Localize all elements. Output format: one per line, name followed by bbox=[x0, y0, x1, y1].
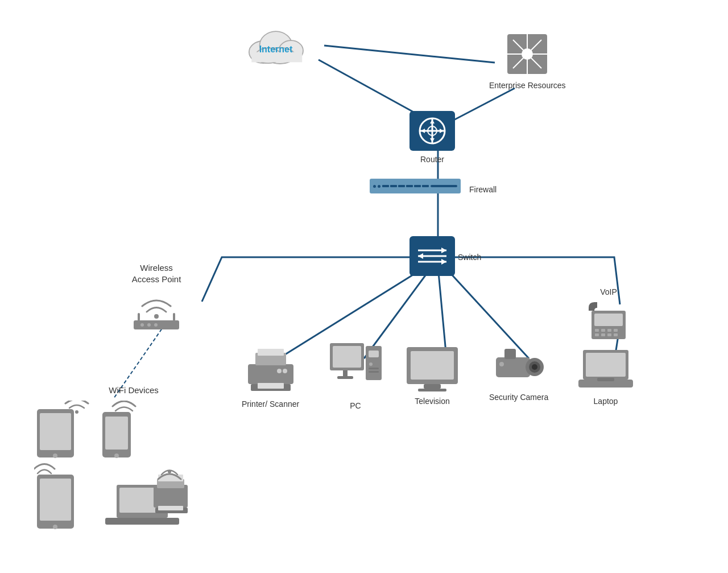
svg-rect-50 bbox=[595, 333, 599, 336]
svg-point-91 bbox=[122, 413, 126, 417]
svg-rect-47 bbox=[601, 329, 605, 332]
svg-point-94 bbox=[53, 525, 57, 529]
svg-rect-62 bbox=[333, 346, 361, 368]
svg-rect-83 bbox=[597, 378, 614, 381]
wap-icon bbox=[125, 289, 188, 332]
firewall-node: Firewall bbox=[370, 179, 461, 193]
svg-marker-36 bbox=[441, 259, 446, 265]
svg-rect-58 bbox=[258, 383, 284, 389]
wifi-devices-icon bbox=[34, 401, 233, 537]
firewall-label: Firewall bbox=[469, 184, 497, 195]
svg-marker-30 bbox=[440, 129, 444, 133]
pc-icon bbox=[327, 340, 384, 397]
pc-label: PC bbox=[350, 401, 361, 411]
svg-point-67 bbox=[369, 362, 373, 366]
enterprise-node: Enterprise Resources bbox=[489, 31, 566, 90]
svg-point-22 bbox=[522, 48, 533, 60]
svg-point-104 bbox=[168, 470, 171, 473]
svg-point-59 bbox=[283, 369, 287, 373]
router-icon bbox=[415, 117, 449, 145]
switch-icon bbox=[415, 242, 449, 270]
security-camera-icon bbox=[490, 346, 547, 389]
voip-icon bbox=[586, 299, 631, 345]
enterprise-label: Enterprise Resources bbox=[489, 80, 566, 90]
switch-label: Switch bbox=[458, 252, 481, 262]
internet-node: Internet bbox=[239, 23, 313, 68]
enterprise-icon bbox=[504, 31, 550, 77]
svg-point-43 bbox=[154, 323, 158, 327]
svg-marker-28 bbox=[430, 138, 435, 142]
network-diagram: Internet Enterprise Resources bbox=[0, 0, 728, 573]
wifi-devices-node: WiFi Devices bbox=[34, 381, 233, 537]
svg-marker-29 bbox=[421, 129, 425, 133]
svg-rect-40 bbox=[173, 313, 175, 321]
printer-label: Printer/ Scanner bbox=[242, 399, 299, 409]
svg-rect-73 bbox=[418, 389, 446, 391]
fw-lines bbox=[382, 185, 429, 187]
svg-point-87 bbox=[75, 410, 78, 414]
svg-rect-39 bbox=[138, 313, 140, 321]
printer-icon bbox=[245, 344, 296, 395]
television-label: Television bbox=[415, 396, 449, 406]
television-node: Television bbox=[404, 344, 461, 406]
laptop-label: Laptop bbox=[594, 396, 618, 406]
wap-label: WirelessAccess Point bbox=[132, 262, 181, 285]
svg-marker-32 bbox=[441, 248, 446, 253]
router-node: Router bbox=[410, 111, 455, 164]
svg-point-79 bbox=[499, 362, 504, 366]
svg-line-1 bbox=[324, 46, 495, 63]
svg-point-90 bbox=[114, 454, 119, 458]
printer-node: Printer/ Scanner bbox=[242, 344, 299, 409]
pc-node: PC bbox=[327, 340, 384, 411]
svg-point-37 bbox=[154, 314, 159, 319]
svg-rect-45 bbox=[594, 314, 623, 326]
internet-label: Internet bbox=[259, 44, 293, 54]
svg-rect-46 bbox=[595, 329, 599, 332]
svg-rect-53 bbox=[614, 333, 618, 336]
svg-rect-56 bbox=[258, 349, 284, 356]
cloud-icon: Internet bbox=[239, 23, 313, 68]
security-camera-node: Security Camera bbox=[489, 346, 548, 402]
svg-point-95 bbox=[43, 475, 46, 478]
svg-rect-78 bbox=[504, 349, 516, 359]
svg-line-2 bbox=[449, 88, 515, 122]
svg-rect-48 bbox=[607, 329, 611, 332]
svg-rect-68 bbox=[369, 368, 379, 369]
svg-rect-66 bbox=[369, 351, 379, 357]
security-camera-label: Security Camera bbox=[489, 392, 548, 402]
svg-rect-69 bbox=[369, 371, 379, 373]
svg-rect-89 bbox=[105, 417, 128, 450]
wap-node: WirelessAccess Point bbox=[125, 259, 188, 332]
svg-point-86 bbox=[53, 454, 57, 458]
svg-rect-81 bbox=[586, 353, 626, 377]
svg-marker-34 bbox=[418, 253, 423, 259]
svg-rect-74 bbox=[496, 357, 530, 377]
svg-rect-51 bbox=[601, 333, 605, 336]
switch-node: Switch bbox=[410, 236, 455, 276]
voip-node: VoIP bbox=[586, 283, 631, 345]
fw-bar bbox=[431, 185, 457, 187]
svg-point-42 bbox=[147, 323, 151, 327]
svg-rect-98 bbox=[105, 518, 179, 525]
router-label: Router bbox=[420, 154, 444, 164]
svg-rect-49 bbox=[614, 329, 618, 332]
svg-rect-103 bbox=[158, 506, 183, 510]
laptop-node: Laptop bbox=[577, 347, 634, 406]
fw-indicator bbox=[373, 185, 376, 188]
svg-marker-27 bbox=[430, 119, 435, 123]
svg-rect-54 bbox=[248, 364, 293, 384]
svg-rect-93 bbox=[40, 479, 71, 521]
fw-indicator2 bbox=[378, 185, 380, 188]
television-icon bbox=[404, 344, 461, 393]
svg-rect-52 bbox=[607, 333, 611, 336]
svg-rect-85 bbox=[40, 413, 71, 450]
wifi-devices-label: WiFi Devices bbox=[109, 385, 159, 396]
svg-point-41 bbox=[140, 323, 144, 327]
svg-rect-71 bbox=[411, 351, 454, 380]
voip-label: VoIP bbox=[600, 287, 617, 297]
svg-point-60 bbox=[277, 369, 282, 373]
svg-rect-64 bbox=[337, 376, 353, 379]
svg-point-77 bbox=[532, 364, 537, 370]
svg-rect-72 bbox=[424, 384, 441, 389]
laptop-icon bbox=[577, 347, 634, 393]
